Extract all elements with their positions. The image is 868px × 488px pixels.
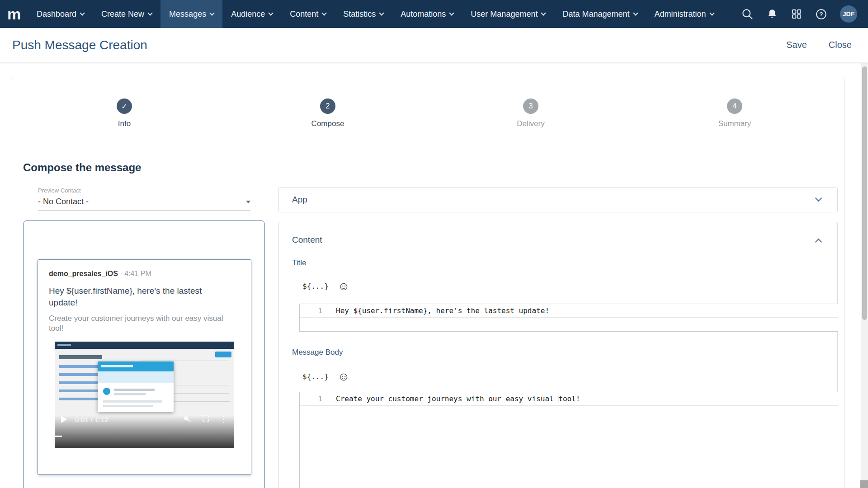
close-button[interactable]: Close [829, 40, 852, 50]
nav-item-administration[interactable]: Administration [646, 0, 722, 28]
section-heading: Compose the message [23, 161, 141, 174]
page-header: Push Message Creation Save Close [0, 28, 868, 62]
notification-time: · 4:41 PM [120, 270, 151, 277]
notification-body: Create your customer journeys with our e… [49, 314, 230, 333]
title-editor-text: Hey ${user.firstName}, here's the lastes… [329, 306, 549, 315]
emoji-icon[interactable]: ☺ [338, 280, 350, 292]
body-field-label: Message Body [292, 348, 343, 357]
notification-meta: demo_presales_iOS · 4:41 PM [49, 270, 240, 278]
video-seek-bar[interactable] [55, 436, 234, 437]
step-number: 2 [320, 99, 335, 114]
user-avatar[interactable]: JDF [840, 5, 857, 23]
nav-item-user-management[interactable]: User Management [462, 0, 554, 28]
preview-contact-value: - No Contact - [38, 197, 89, 206]
chevron-down-icon [709, 10, 714, 15]
body-editor-text: Create your customer journeys with our e… [329, 394, 580, 404]
chevron-down-icon [541, 10, 546, 15]
vertical-scrollbar[interactable] [861, 63, 868, 488]
nav-item-data-management[interactable]: Data Management [554, 0, 646, 28]
chevron-down-icon [379, 10, 384, 15]
chevron-down-icon [633, 10, 638, 15]
nav-item-statistics[interactable]: Statistics [335, 0, 392, 28]
play-icon[interactable] [61, 416, 67, 423]
title-field-toolbar: ${...} ☺ [302, 280, 349, 292]
step-info[interactable]: ✓ Info [88, 99, 160, 128]
scrollbar-thumb[interactable] [862, 66, 867, 320]
line-number: 1 [300, 307, 329, 315]
apps-grid-icon[interactable] [791, 8, 802, 20]
chevron-down-icon [322, 10, 327, 15]
header-actions: Save Close [786, 40, 852, 50]
nav-item-messages[interactable]: Messages [160, 0, 222, 28]
app-panel[interactable]: App [278, 187, 838, 212]
search-icon[interactable] [741, 8, 754, 20]
wizard-card: ✓ Info 2 Compose 3 Delivery 4 Summary Co… [11, 77, 845, 488]
chevron-up-icon[interactable] [815, 239, 822, 246]
video-seek-played [55, 436, 62, 437]
app-panel-title: App [292, 195, 307, 205]
content-panel: Content Title ${...} ☺ 1 Hey ${user.firs… [278, 222, 838, 488]
mute-icon[interactable] [183, 414, 192, 425]
brand-logo[interactable]: m [0, 0, 28, 28]
video-player[interactable]: 0:01 / 1:12 ⋮ [55, 342, 234, 448]
fullscreen-icon[interactable] [202, 414, 210, 424]
scrollbar-corner [860, 480, 868, 488]
step-summary[interactable]: 4 Summary [698, 99, 771, 128]
preview-contact-field: Preview Contact - No Contact - [38, 187, 250, 211]
step-label: Info [88, 119, 160, 128]
chevron-down-icon [80, 10, 85, 15]
preview-contact-select[interactable]: - No Contact - [38, 197, 250, 211]
step-label: Summary [698, 119, 771, 128]
dropdown-arrow-icon [246, 201, 250, 203]
nav-item-content[interactable]: Content [281, 0, 335, 28]
title-editor[interactable]: 1 Hey ${user.firstName}, here's the last… [299, 304, 838, 332]
chevron-down-icon [269, 10, 274, 15]
chevron-down-icon [147, 10, 152, 15]
chevron-down-icon [209, 10, 214, 15]
chevron-down-icon [449, 10, 454, 15]
nav-item-create-new[interactable]: Create New [93, 0, 160, 28]
step-check-icon: ✓ [117, 99, 132, 114]
body-field-toolbar: ${...} ☺ [302, 371, 349, 382]
save-button[interactable]: Save [786, 40, 807, 50]
step-delivery[interactable]: 3 Delivery [495, 99, 567, 128]
chevron-down-icon[interactable] [815, 195, 822, 202]
step-number: 3 [523, 99, 538, 114]
nav-item-audience[interactable]: Audience [222, 0, 281, 28]
svg-text:?: ? [820, 11, 823, 18]
more-options-icon[interactable]: ⋮ [220, 415, 228, 423]
line-number: 1 [300, 395, 329, 403]
help-icon[interactable]: ? [815, 8, 827, 20]
phone-preview-frame: demo_presales_iOS · 4:41 PM Hey ${user.f… [23, 220, 265, 488]
nav-item-automations[interactable]: Automations [392, 0, 462, 28]
step-label: Compose [292, 119, 364, 128]
push-notification-preview[interactable]: demo_presales_iOS · 4:41 PM Hey ${user.f… [38, 259, 251, 475]
video-controls: 0:01 / 1:12 ⋮ [61, 414, 228, 425]
insert-variable-button[interactable]: ${...} [302, 372, 329, 381]
app-name: demo_presales_iOS [49, 270, 118, 277]
nav-right-icons: ? JDF [741, 0, 868, 28]
notification-title: Hey ${user.firstName}, here's the lastes… [49, 285, 217, 308]
body-editor[interactable]: 1 Create your customer journeys with our… [299, 392, 838, 488]
step-compose[interactable]: 2 Compose [292, 99, 364, 128]
insert-variable-button[interactable]: ${...} [302, 282, 329, 291]
top-navigation: m Dashboard Create New Messages Audience… [0, 0, 868, 28]
emoji-icon[interactable]: ☺ [338, 371, 350, 382]
content-panel-title: Content [292, 235, 322, 245]
notifications-bell-icon[interactable] [766, 8, 778, 20]
page-title: Push Message Creation [12, 38, 147, 52]
step-label: Delivery [495, 119, 567, 128]
preview-contact-label: Preview Contact [38, 187, 250, 194]
video-time: 0:01 / 1:12 [75, 416, 108, 423]
step-number: 4 [727, 99, 742, 114]
title-field-label: Title [292, 258, 307, 267]
nav-item-dashboard[interactable]: Dashboard [28, 0, 93, 28]
